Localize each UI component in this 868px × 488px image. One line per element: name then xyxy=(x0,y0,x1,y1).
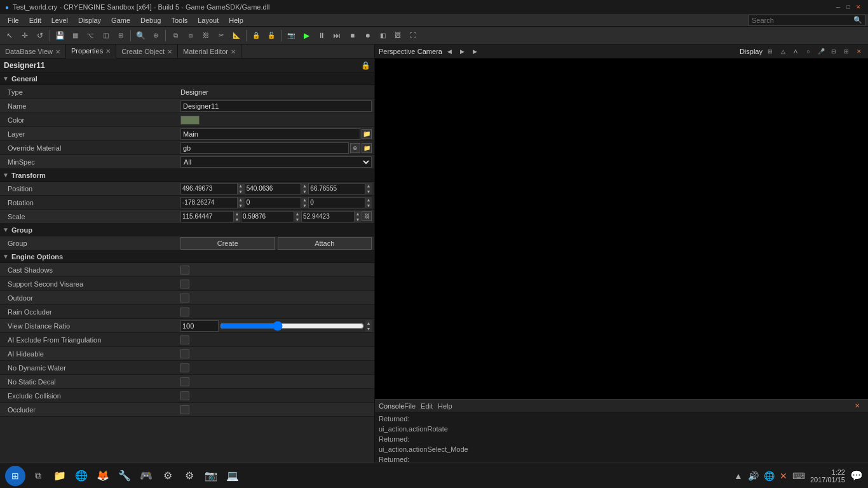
window-controls[interactable]: ─ □ ✕ xyxy=(834,3,863,11)
taskbar-media-btn[interactable]: 📷 xyxy=(202,467,220,485)
viewport-display-btn-5[interactable]: 🎤 xyxy=(816,46,826,57)
spin-py-up[interactable]: ▲ xyxy=(301,183,308,189)
tool-c[interactable]: ◫ xyxy=(98,29,112,43)
tool-g[interactable]: ⧉ xyxy=(168,29,182,43)
viewport-cam-btn-1[interactable]: ◀ xyxy=(445,46,455,57)
spin-sz-up[interactable]: ▲ xyxy=(355,211,361,217)
spin-sy-up[interactable]: ▲ xyxy=(294,211,301,217)
tool-m[interactable]: ⛶ xyxy=(406,29,420,43)
section-group[interactable]: ▼ Group xyxy=(0,224,374,236)
close-btn[interactable]: ✕ xyxy=(854,3,863,11)
scale-link-btn[interactable]: ⛓ xyxy=(362,211,372,221)
prop-cast-shadows-checkbox[interactable] xyxy=(180,266,189,274)
step-btn[interactable]: ⏭ xyxy=(330,29,344,43)
tab-database-view[interactable]: DataBase View ✕ xyxy=(0,44,66,58)
taskbar-notification-icon[interactable]: 💬 xyxy=(850,470,863,482)
prop-minspec-select[interactable]: All xyxy=(180,156,372,168)
spin-sy-down[interactable]: ▼ xyxy=(294,217,301,222)
spin-rz-up[interactable]: ▲ xyxy=(365,197,372,203)
console-menu-edit[interactable]: Edit xyxy=(421,402,433,410)
spin-vd-up[interactable]: ▲ xyxy=(365,320,372,326)
unlock-btn[interactable]: 🔓 xyxy=(264,29,278,43)
spin-vd-down[interactable]: ▼ xyxy=(365,326,372,332)
tab-properties[interactable]: Properties ✕ xyxy=(66,44,116,58)
console-menu-help[interactable]: Help xyxy=(438,402,452,410)
tab-properties-close[interactable]: ✕ xyxy=(105,48,111,55)
viewport-cam-btn-2[interactable]: ▶ xyxy=(458,46,468,57)
tab-create-object[interactable]: Create Object ✕ xyxy=(116,44,178,58)
menu-edit[interactable]: Edit xyxy=(24,14,46,26)
viewport-display-btn-7[interactable]: ⊞ xyxy=(841,46,851,57)
prop-scale-z[interactable] xyxy=(301,211,355,222)
tab-create-object-close[interactable]: ✕ xyxy=(167,48,172,55)
spin-ry-down[interactable]: ▼ xyxy=(301,203,308,208)
tool-b[interactable]: ⌥ xyxy=(83,29,97,43)
pause-btn[interactable]: ⏸ xyxy=(315,29,329,43)
prop-rain-occluder-checkbox[interactable] xyxy=(180,308,189,316)
section-engine-options[interactable]: ▼ Engine Options xyxy=(0,250,374,263)
taskbar-chrome-btn[interactable]: 🌐 xyxy=(72,467,90,485)
taskbar-clock[interactable]: 1:22 2017/01/15 xyxy=(810,468,845,484)
taskbar-settings-btn[interactable]: ⚙ xyxy=(180,467,198,485)
tool-k[interactable]: 📐 xyxy=(229,29,243,43)
tab-material-editor-close[interactable]: ✕ xyxy=(231,48,236,55)
search-box[interactable]: 🔍 xyxy=(749,15,865,26)
spin-sx-up[interactable]: ▲ xyxy=(234,211,240,217)
select-tool-btn[interactable]: ↖ xyxy=(3,29,17,43)
tool-j[interactable]: ✂ xyxy=(214,29,228,43)
taskbar-start-btn[interactable]: ⊞ xyxy=(5,466,25,486)
spin-px-down[interactable]: ▼ xyxy=(238,189,244,194)
tab-material-editor[interactable]: Material Editor ✕ xyxy=(178,44,241,58)
taskbar-cryengine-btn[interactable]: ⚙ xyxy=(159,467,177,485)
prop-outdoor-checkbox[interactable] xyxy=(180,294,189,302)
menu-debug[interactable]: Debug xyxy=(135,14,166,26)
properties-content[interactable]: ▼ General Type Designer Name Color Layer… xyxy=(0,72,374,474)
viewport-display-btn-1[interactable]: ⊞ xyxy=(765,46,775,57)
stop-btn[interactable]: ⏹ xyxy=(345,29,359,43)
viewport-cam-btn-3[interactable]: ▶ xyxy=(470,46,480,57)
taskbar-explorer-btn[interactable]: 📁 xyxy=(51,467,69,485)
prop-scale-x[interactable] xyxy=(180,211,234,222)
taskbar-taskview-btn[interactable]: ⧉ xyxy=(29,467,47,485)
spin-py-down[interactable]: ▼ xyxy=(301,189,308,194)
viewport-close-btn[interactable]: ✕ xyxy=(854,46,864,57)
move-tool-btn[interactable]: ✛ xyxy=(18,29,32,43)
prop-occluder-checkbox[interactable] xyxy=(180,405,189,414)
prop-ai-hideable-checkbox[interactable] xyxy=(180,349,189,358)
camera-label[interactable]: Camera xyxy=(417,48,442,55)
spin-ry-up[interactable]: ▲ xyxy=(301,197,308,203)
camera-btn[interactable]: 📷 xyxy=(284,29,298,43)
prop-position-y[interactable] xyxy=(245,183,302,194)
taskbar-terminal-btn[interactable]: 💻 xyxy=(224,467,241,485)
menu-layout[interactable]: Layout xyxy=(193,14,224,26)
prop-no-static-decal-checkbox[interactable] xyxy=(180,377,189,386)
menu-file[interactable]: File xyxy=(3,14,24,26)
spin-pz-up[interactable]: ▲ xyxy=(365,183,372,189)
menu-level[interactable]: Level xyxy=(46,14,73,26)
minimize-btn[interactable]: ─ xyxy=(834,3,843,11)
group-create-btn[interactable]: Create xyxy=(180,237,275,250)
menu-game[interactable]: Game xyxy=(106,14,135,26)
viewport-display-btn-6[interactable]: ⊟ xyxy=(829,46,839,57)
prop-rotation-z[interactable] xyxy=(308,197,365,208)
prop-position-z[interactable] xyxy=(308,183,365,194)
tool-d[interactable]: ⊞ xyxy=(114,29,128,43)
spin-rx-up[interactable]: ▲ xyxy=(238,197,244,203)
tool-l[interactable]: ◧ xyxy=(376,29,390,43)
prop-layer-input[interactable] xyxy=(180,128,360,140)
prop-ai-exclude-triangulation-checkbox[interactable] xyxy=(180,336,189,344)
tool-e[interactable]: 🔍 xyxy=(133,29,147,43)
section-transform[interactable]: ▼ Transform xyxy=(0,169,374,182)
maximize-btn[interactable]: □ xyxy=(844,3,853,11)
prop-material-input[interactable] xyxy=(180,142,349,154)
record-btn[interactable]: ⏺ xyxy=(360,29,374,43)
tool-h[interactable]: ⧈ xyxy=(184,29,198,43)
taskbar-firefox-btn[interactable]: 🦊 xyxy=(94,467,112,485)
undo-btn[interactable]: ↺ xyxy=(33,29,47,43)
menu-display[interactable]: Display xyxy=(73,14,106,26)
viewport-display-btn-2[interactable]: △ xyxy=(778,46,788,57)
prop-exclude-collision-checkbox[interactable] xyxy=(180,391,189,400)
prop-rotation-y[interactable] xyxy=(245,197,302,208)
play-btn[interactable]: ▶ xyxy=(299,29,313,43)
viewport-display-btn-4[interactable]: ○ xyxy=(803,46,813,57)
